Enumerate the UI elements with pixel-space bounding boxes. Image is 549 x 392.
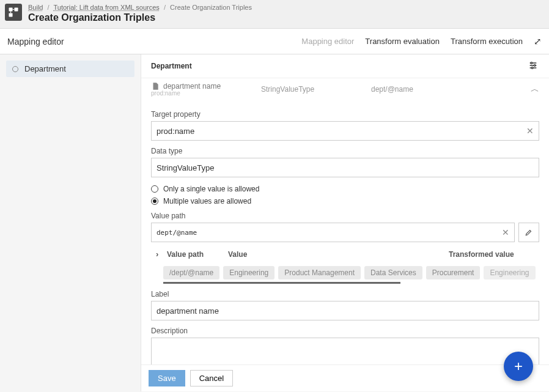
breadcrumb: Build / Tutorial: Lift data from XML sou… [28, 4, 252, 11]
tab-transform-execution[interactable]: Transform execution [451, 37, 523, 46]
clear-icon[interactable]: ✕ [502, 227, 509, 237]
target-property-input[interactable] [157, 127, 534, 136]
plus-icon: + [514, 358, 523, 375]
chip-value: Product Management [278, 266, 361, 279]
property-type: StringValueType [261, 85, 371, 94]
edit-path-button[interactable] [518, 223, 539, 242]
breadcrumb-separator: / [48, 4, 50, 11]
radio-multi-label: Multiple values are allowed [163, 197, 251, 205]
tree-item-department[interactable]: Department [6, 61, 134, 77]
add-fab-button[interactable]: + [504, 352, 533, 381]
preview-col-value: Value [228, 250, 449, 259]
sidebar: Department [0, 54, 141, 391]
chip-value: Procurement [426, 266, 481, 279]
breadcrumb-separator: / [164, 4, 166, 11]
breadcrumb-item-build[interactable]: Build [28, 4, 43, 11]
content: Department Department department name pr… [0, 54, 549, 391]
property-path: dept/@name [371, 85, 531, 94]
cancel-button[interactable]: Cancel [190, 370, 233, 386]
value-path-input[interactable] [157, 229, 509, 237]
value-path-row: ✕ [151, 223, 539, 242]
chip-value: Data Services [364, 266, 422, 279]
data-type-input[interactable] [157, 163, 534, 172]
collapse-icon[interactable]: ︿ [531, 84, 539, 95]
label-input-wrap[interactable] [151, 301, 539, 320]
label-input[interactable] [157, 306, 534, 316]
preview-header: › Value path Value Transformed value [151, 242, 539, 264]
chip-value: Engineering [484, 266, 535, 279]
tab-transform-evaluation[interactable]: Transform evaluation [365, 37, 440, 46]
svg-rect-0 [9, 8, 13, 12]
radio-icon [151, 185, 158, 193]
chip-value: Engineering [223, 266, 274, 279]
tabbar: Mapping editor Mapping editor Transform … [0, 29, 549, 54]
form-section: Target property ✕ Data type Only a singl… [141, 99, 549, 383]
preview-col-transformed: Transformed value [449, 250, 534, 259]
value-path-input-wrap[interactable]: ✕ [151, 223, 515, 242]
app-logo[interactable] [5, 4, 22, 21]
tab-mapping-editor[interactable]: Mapping editor [301, 37, 354, 46]
label-field-label: Label [151, 290, 539, 298]
target-property-label: Target property [151, 110, 539, 119]
value-path-label: Value path [151, 212, 539, 220]
pencil-icon [525, 228, 533, 237]
svg-rect-1 [15, 8, 18, 12]
form-footer: Save Cancel [141, 364, 549, 391]
target-property-input-wrap[interactable]: ✕ [151, 121, 539, 141]
radio-icon-checked [151, 198, 158, 205]
property-summary-row[interactable]: department name prod:name StringValueTyp… [141, 78, 549, 99]
svg-point-3 [531, 62, 532, 64]
chips-scrollbar[interactable] [163, 282, 400, 284]
chip-path: /dept/@name [163, 266, 219, 279]
svg-point-5 [531, 67, 533, 69]
tree-item-radio-icon [12, 66, 18, 72]
settings-icon[interactable] [528, 61, 539, 72]
expand-preview-icon[interactable]: › [156, 250, 167, 259]
expand-icon[interactable]: ⤢ [534, 36, 542, 47]
radio-multiple-values[interactable]: Multiple values are allowed [151, 197, 539, 205]
data-type-input-wrap[interactable] [151, 158, 539, 177]
tree-item-label: Department [24, 64, 66, 73]
data-type-label: Data type [151, 147, 539, 155]
document-icon [151, 82, 160, 91]
preview-chips[interactable]: /dept/@name Engineering Product Manageme… [151, 264, 539, 281]
main-header-title: Department [151, 62, 192, 70]
breadcrumb-item-tutorial[interactable]: Tutorial: Lift data from XML sources [53, 4, 159, 11]
tabbar-right: Mapping editor Transform evaluation Tran… [301, 36, 542, 47]
main-header: Department [141, 54, 549, 78]
clear-icon[interactable]: ✕ [526, 126, 534, 136]
property-name: department name [163, 82, 221, 91]
chip-value: Marketing Man [539, 266, 540, 279]
svg-point-4 [534, 65, 536, 67]
preview-col-path: Value path [167, 250, 228, 259]
header-text: Build / Tutorial: Lift data from XML sou… [28, 4, 252, 23]
description-label: Description [151, 327, 539, 335]
topbar: Build / Tutorial: Lift data from XML sou… [0, 0, 549, 29]
tabbar-title: Mapping editor [7, 37, 301, 46]
property-subname: prod:name [151, 90, 261, 97]
breadcrumb-item-current: Create Organization Triples [170, 4, 252, 11]
cardinality-radio-group: Only a single value is allowed Multiple … [151, 185, 539, 205]
radio-single-label: Only a single value is allowed [163, 185, 259, 193]
save-button[interactable]: Save [149, 370, 185, 386]
logo-icon [8, 7, 19, 18]
page-title: Create Organization Triples [28, 12, 252, 23]
svg-rect-2 [9, 13, 13, 17]
main-panel: Department department name prod:name Str… [141, 54, 549, 391]
radio-single-value[interactable]: Only a single value is allowed [151, 185, 539, 193]
